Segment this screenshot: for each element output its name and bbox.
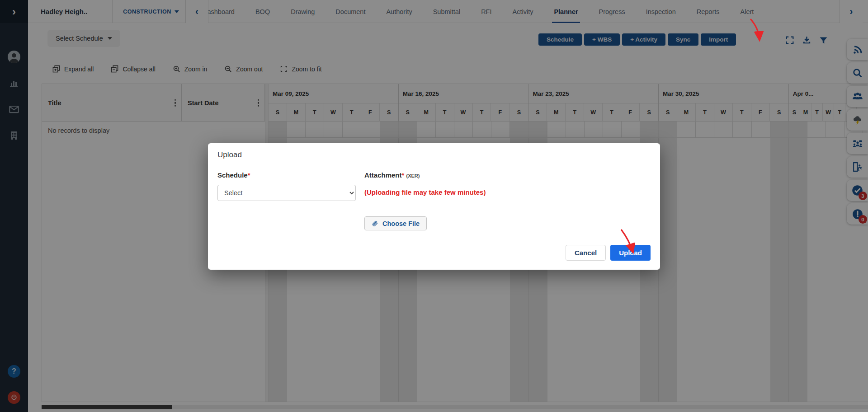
attachment-field-label: Attachment* (XER) [364, 171, 420, 179]
required-marker: * [402, 171, 405, 179]
choose-file-label: Choose File [382, 220, 420, 227]
required-marker: * [248, 171, 250, 179]
planner-page: › ? [0, 0, 868, 412]
modal-title: Upload [217, 150, 242, 159]
upload-button[interactable]: Upload [610, 245, 651, 261]
paperclip-icon [372, 220, 378, 227]
upload-modal: Upload Schedule* Select Attachment* (XER… [208, 143, 660, 270]
schedule-field-label: Schedule* [217, 171, 250, 179]
cancel-button[interactable]: Cancel [566, 245, 606, 261]
choose-file-button[interactable]: Choose File [364, 216, 427, 230]
modal-footer: Cancel Upload [566, 245, 651, 261]
schedule-select[interactable]: Select [217, 185, 356, 201]
attachment-format: (XER) [406, 173, 420, 178]
upload-note: (Uploading file may take few minutes) [364, 188, 486, 196]
